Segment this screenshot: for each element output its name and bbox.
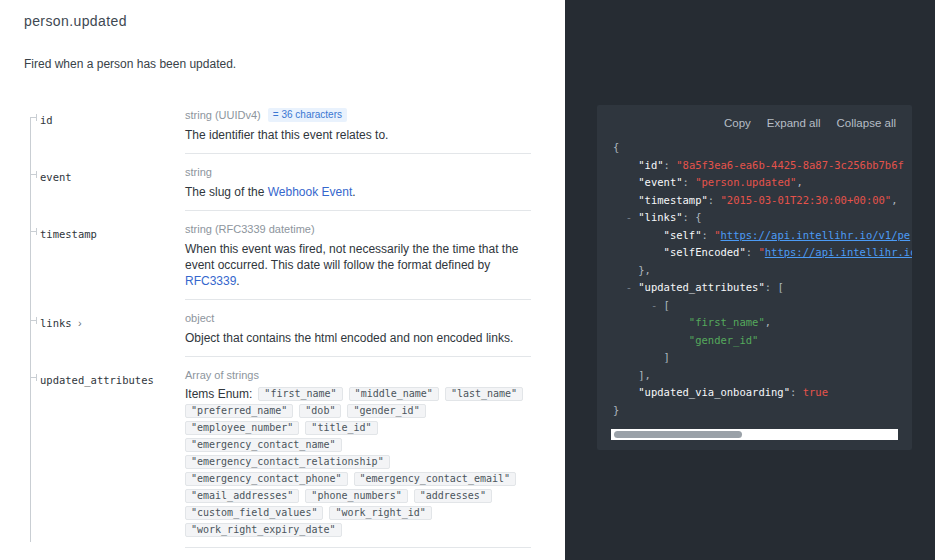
code-pane: Copy Expand all Collapse all { "id": "8a… xyxy=(565,0,935,560)
field-type: string (UUIDv4) xyxy=(185,108,261,122)
enum-chip: "employee_number" xyxy=(185,421,299,435)
code-token xyxy=(613,264,638,276)
code-token: "event" xyxy=(638,176,682,188)
description-text: When this event was fired, not necessari… xyxy=(185,242,519,272)
response-example-panel: Copy Expand all Collapse all { "id": "8a… xyxy=(597,105,912,450)
length-badge: = 36 characters xyxy=(268,108,347,122)
field-name-col: links › xyxy=(40,311,185,357)
expand-all-button[interactable]: Expand all xyxy=(767,117,821,129)
code-line: ] xyxy=(613,349,896,367)
code-token: "self" xyxy=(664,229,702,241)
code-token: "updated_attributes" xyxy=(638,281,764,293)
code-token: ] xyxy=(664,351,670,363)
field-info-col: string (UUIDv4) = 36 characters The iden… xyxy=(185,108,531,154)
code-token: }, xyxy=(638,264,651,276)
field-name-col: id xyxy=(40,108,185,154)
field-info-col: string The slug of the Webhook Event. xyxy=(185,165,531,211)
code-token: "first_name" xyxy=(689,316,765,328)
field-name-col: updated_attributes xyxy=(40,368,185,548)
field-row-timestamp: timestamp string (RFC3339 datetime) When… xyxy=(0,222,565,300)
fold-toggle-icon[interactable]: - xyxy=(613,299,664,311)
code-token: "person.updated" xyxy=(695,176,796,188)
field-name-col: event xyxy=(40,165,185,211)
fold-toggle-icon[interactable]: - xyxy=(613,281,638,293)
self-encoded-url-link[interactable]: https://api.intellihr.io xyxy=(765,246,912,258)
code-token xyxy=(613,334,689,346)
field-name: id xyxy=(40,114,53,126)
code-token: : xyxy=(683,176,696,188)
code-token: , xyxy=(765,316,771,328)
code-token xyxy=(613,316,689,328)
code-token xyxy=(613,229,664,241)
horizontal-scrollbar[interactable] xyxy=(611,429,898,440)
code-line: ], xyxy=(613,367,896,385)
field-type: string (RFC3339 datetime) xyxy=(185,222,315,236)
code-token xyxy=(613,194,638,206)
code-token xyxy=(613,386,638,398)
enum-chip: "phone_numbers" xyxy=(305,489,407,503)
code-line: "first_name", xyxy=(613,314,896,332)
enum-chip: "last_name" xyxy=(445,387,523,401)
code-token xyxy=(613,369,638,381)
field-name: updated_attributes xyxy=(40,374,154,386)
code-token: : [ xyxy=(765,281,784,293)
field-name: links xyxy=(40,317,72,329)
enum-chip: "email_addresses" xyxy=(185,489,299,503)
code-token: "selfEncoded" xyxy=(664,246,746,258)
self-url-link[interactable]: https://api.intellihr.io/v1/pe xyxy=(721,229,911,241)
code-token: "links" xyxy=(638,211,682,223)
code-token: : xyxy=(702,229,715,241)
field-info-col: Array of strings Items Enum: "first_name… xyxy=(185,368,531,548)
field-description: When this event was fired, not necessari… xyxy=(185,241,531,289)
field-type-line: string xyxy=(185,165,531,179)
copy-button[interactable]: Copy xyxy=(724,117,751,129)
code-token: "2015-03-01T22:30:00+00:00" xyxy=(721,194,892,206)
code-token: ], xyxy=(638,369,651,381)
expand-chevron-icon[interactable]: › xyxy=(78,317,82,329)
field-row-links: links › object Object that contains the … xyxy=(0,311,565,357)
code-line: "updated_via_onboarding": true xyxy=(613,384,896,402)
code-token: : xyxy=(790,386,803,398)
field-type-line: Array of strings xyxy=(185,368,531,382)
code-token: : xyxy=(746,246,759,258)
items-enum-label: Items Enum: xyxy=(185,387,252,401)
field-type-line: string (RFC3339 datetime) xyxy=(185,222,531,236)
collapse-all-button[interactable]: Collapse all xyxy=(837,117,896,129)
code-token: : { xyxy=(683,211,702,223)
fold-toggle-icon[interactable]: - xyxy=(613,211,638,223)
enum-chip: "preferred_name" xyxy=(185,404,293,418)
field-name-col: timestamp xyxy=(40,222,185,300)
field-description: The identifier that this event relates t… xyxy=(185,127,531,143)
code-token: "updated_via_onboarding" xyxy=(638,386,790,398)
code-token: "id" xyxy=(638,159,663,171)
enum-chip: "title_id" xyxy=(305,421,377,435)
page-description: Fired when a person has been updated. xyxy=(24,57,236,71)
enum-chip: "addresses" xyxy=(414,489,492,503)
enum-chip: "work_right_expiry_date" xyxy=(185,523,342,537)
code-token: [ xyxy=(664,299,670,311)
code-line: "gender_id" xyxy=(613,332,896,350)
enum-chip: "emergency_contact_phone" xyxy=(185,472,348,486)
field-info-col: object Object that contains the html enc… xyxy=(185,311,531,357)
json-code-block: { "id": "8a5f3ea6-ea6b-4425-8a87-3c256bb… xyxy=(597,137,912,421)
description-text: . xyxy=(352,185,355,199)
field-type: string xyxy=(185,165,212,179)
code-line: "self": "https://api.intellihr.io/v1/pe xyxy=(613,227,896,245)
schema-tree: id string (UUIDv4) = 36 characters The i… xyxy=(0,108,565,560)
field-description: Object that contains the html encoded an… xyxy=(185,330,531,346)
field-name: timestamp xyxy=(40,228,97,240)
rfc3339-link[interactable]: RFC3339 xyxy=(185,274,236,288)
enum-chip: "emergency_contact_name" xyxy=(185,438,342,452)
field-row-event: event string The slug of the Webhook Eve… xyxy=(0,165,565,211)
field-info-col: string (RFC3339 datetime) When this even… xyxy=(185,222,531,300)
scrollbar-thumb[interactable] xyxy=(614,431,742,438)
webhook-event-link[interactable]: Webhook Event xyxy=(268,185,353,199)
field-type-line: object xyxy=(185,311,531,325)
code-line: "timestamp": "2015-03-01T22:30:00+00:00"… xyxy=(613,192,896,210)
code-line: "id": "8a5f3ea6-ea6b-4425-8a87-3c256bb7b… xyxy=(613,157,896,175)
code-toolbar: Copy Expand all Collapse all xyxy=(597,105,912,137)
code-token: { xyxy=(613,141,619,153)
field-row-id: id string (UUIDv4) = 36 characters The i… xyxy=(0,108,565,154)
field-type: Array of strings xyxy=(185,368,259,382)
tree-line xyxy=(30,118,31,542)
